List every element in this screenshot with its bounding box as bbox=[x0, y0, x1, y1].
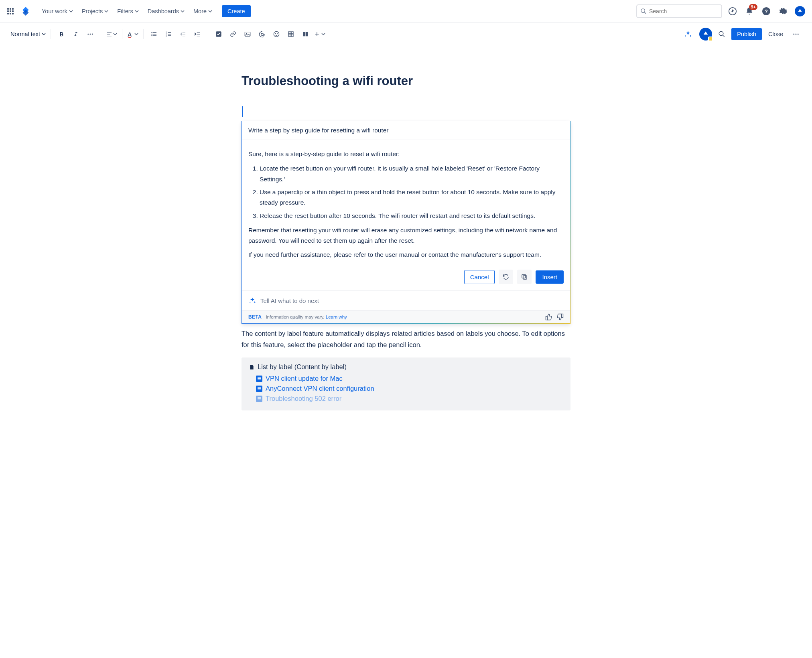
more-actions-button[interactable] bbox=[790, 28, 802, 41]
search-icon bbox=[640, 8, 647, 14]
find-button[interactable] bbox=[715, 28, 728, 41]
svg-rect-20 bbox=[288, 32, 293, 37]
discover-icon[interactable] bbox=[726, 5, 739, 18]
page-title[interactable]: Troubleshooting a wifi router bbox=[242, 74, 570, 88]
ai-sparkle-icon[interactable] bbox=[682, 28, 694, 41]
nav-filters[interactable]: Filters bbox=[114, 6, 142, 17]
svg-rect-22 bbox=[306, 32, 308, 37]
thumbs-up-icon[interactable] bbox=[545, 313, 552, 321]
chevron-down-icon bbox=[134, 32, 138, 36]
insert-button[interactable]: Insert bbox=[536, 270, 564, 284]
editor-toolbar: Normal text A 123 Publish Close bbox=[0, 23, 812, 46]
ai-next-placeholder: Tell AI what to do next bbox=[260, 297, 319, 304]
search-input[interactable] bbox=[636, 4, 722, 18]
doc-icon bbox=[256, 396, 262, 402]
presence-indicator bbox=[708, 37, 713, 41]
mention-button[interactable] bbox=[256, 28, 268, 41]
image-button[interactable] bbox=[241, 28, 254, 41]
ai-prompt-text: Write a step by step guide for resetting… bbox=[242, 121, 570, 140]
content-by-label-macro[interactable]: List by label (Content by label) VPN cli… bbox=[242, 357, 570, 410]
learn-why-link[interactable]: Learn why bbox=[326, 315, 347, 319]
svg-point-18 bbox=[275, 33, 276, 34]
bold-button[interactable] bbox=[55, 28, 68, 41]
italic-button[interactable] bbox=[69, 28, 82, 41]
chevron-down-icon bbox=[181, 9, 185, 13]
insert-dropdown[interactable] bbox=[313, 28, 326, 41]
emoji-button[interactable] bbox=[270, 28, 283, 41]
thumbs-down-icon[interactable] bbox=[556, 313, 564, 321]
text-color-dropdown[interactable]: A bbox=[126, 28, 139, 41]
table-button[interactable] bbox=[284, 28, 297, 41]
nav-projects[interactable]: Projects bbox=[79, 6, 112, 17]
publish-button[interactable]: Publish bbox=[731, 28, 762, 40]
text-cursor bbox=[242, 106, 243, 117]
copy-icon[interactable] bbox=[517, 270, 532, 284]
ai-note: Remember that resetting your wifi router… bbox=[248, 225, 564, 246]
ai-step: Use a paperclip or a thin object to pres… bbox=[260, 187, 564, 208]
svg-point-6 bbox=[90, 34, 91, 35]
indent-button[interactable] bbox=[191, 28, 204, 41]
notification-badge: 9+ bbox=[749, 4, 757, 10]
ai-steps-list: Locate the reset button on your wifi rou… bbox=[248, 163, 564, 221]
app-switcher-icon[interactable] bbox=[6, 6, 15, 16]
profile-avatar[interactable] bbox=[794, 5, 806, 18]
page-icon bbox=[249, 364, 254, 370]
jira-logo-icon[interactable] bbox=[21, 6, 30, 16]
svg-point-25 bbox=[793, 34, 794, 35]
nav-more[interactable]: More bbox=[190, 6, 215, 17]
chevron-down-icon bbox=[104, 9, 108, 13]
svg-point-23 bbox=[719, 31, 724, 36]
body-text[interactable]: The content by label feature automatical… bbox=[242, 328, 570, 350]
doc-icon bbox=[256, 386, 262, 392]
ai-step: Locate the reset button on your wifi rou… bbox=[260, 163, 564, 185]
align-dropdown[interactable] bbox=[105, 28, 118, 41]
ai-next-input[interactable]: Tell AI what to do next bbox=[242, 290, 570, 310]
svg-rect-15 bbox=[245, 32, 250, 37]
ai-panel: Write a step by step guide for resetting… bbox=[242, 121, 570, 324]
ai-note: If you need further assistance, please r… bbox=[248, 250, 564, 260]
nav-your-work[interactable]: Your work bbox=[39, 6, 76, 17]
chevron-down-icon bbox=[113, 32, 117, 36]
notifications-icon[interactable]: 9+ bbox=[743, 5, 756, 18]
svg-point-5 bbox=[87, 34, 89, 35]
svg-rect-28 bbox=[523, 276, 527, 279]
sparkle-icon bbox=[248, 297, 256, 305]
outdent-button[interactable] bbox=[177, 28, 189, 41]
help-icon[interactable]: ? bbox=[760, 5, 773, 18]
svg-point-27 bbox=[798, 34, 799, 35]
document-scroll-area[interactable]: Troubleshooting a wifi router Write a st… bbox=[0, 46, 812, 658]
editor-avatar[interactable] bbox=[699, 28, 712, 41]
cancel-button[interactable]: Cancel bbox=[464, 270, 495, 284]
label-macro-header: List by label (Content by label) bbox=[249, 363, 563, 371]
nav-dashboards[interactable]: Dashboards bbox=[144, 6, 188, 17]
doc-icon bbox=[256, 376, 262, 382]
layouts-button[interactable] bbox=[299, 28, 312, 41]
list-item[interactable]: AnyConnect VPN client configuration bbox=[256, 385, 563, 392]
svg-point-0 bbox=[641, 9, 645, 12]
chevron-down-icon bbox=[321, 32, 325, 36]
svg-line-24 bbox=[723, 35, 725, 37]
link-button[interactable] bbox=[227, 28, 240, 41]
ai-footer: BETA Information quality may vary. Learn… bbox=[242, 310, 570, 323]
settings-icon[interactable] bbox=[777, 5, 790, 18]
list-item[interactable]: Troubleshooting 502 error bbox=[256, 395, 563, 402]
list-item[interactable]: VPN client update for Mac bbox=[256, 375, 563, 382]
more-formatting-button[interactable] bbox=[84, 28, 97, 41]
text-style-dropdown[interactable]: Normal text bbox=[10, 29, 47, 39]
svg-rect-29 bbox=[522, 274, 526, 278]
chevron-down-icon bbox=[135, 9, 139, 13]
chevron-down-icon bbox=[69, 9, 73, 13]
svg-text:?: ? bbox=[765, 8, 768, 14]
svg-line-1 bbox=[644, 12, 646, 14]
svg-point-19 bbox=[277, 33, 278, 34]
action-item-button[interactable] bbox=[212, 28, 225, 41]
svg-point-9 bbox=[151, 34, 152, 35]
global-nav: Your work Projects Filters Dashboards Mo… bbox=[0, 0, 812, 23]
bullet-list-button[interactable] bbox=[148, 28, 160, 41]
close-button[interactable]: Close bbox=[765, 28, 786, 40]
svg-point-17 bbox=[274, 31, 279, 37]
numbered-list-button[interactable]: 123 bbox=[162, 28, 175, 41]
retry-icon[interactable] bbox=[499, 270, 513, 284]
chevron-down-icon bbox=[42, 32, 46, 36]
create-button[interactable]: Create bbox=[222, 5, 251, 17]
